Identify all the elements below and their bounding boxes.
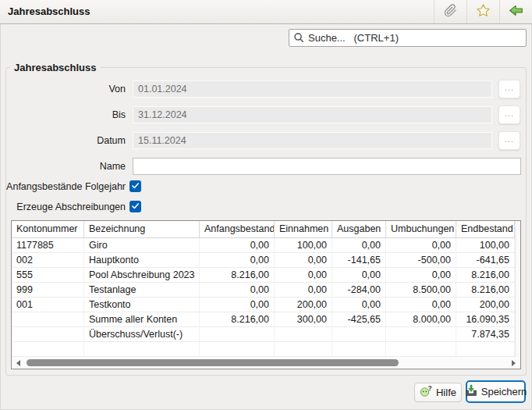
- table-cell: -141,65: [332, 253, 386, 268]
- favorite-button[interactable]: [466, 0, 499, 23]
- table-cell: Testkonto: [84, 298, 200, 312]
- table-row[interactable]: 001Testkonto0,00200,000,000,00200,00: [12, 298, 520, 312]
- column-header[interactable]: Bezeichnung: [84, 221, 200, 238]
- table-cell: [12, 327, 84, 342]
- column-header[interactable]: Kontonummer: [12, 221, 84, 238]
- von-input[interactable]: 01.01.2024: [133, 80, 492, 98]
- column-header[interactable]: Ausgaben: [332, 221, 386, 238]
- back-arrow-icon: [509, 3, 523, 20]
- von-browse-button[interactable]: ...: [498, 80, 520, 98]
- table-cell: 0,00: [200, 238, 275, 253]
- scroll-right-arrow-icon[interactable]: [512, 360, 516, 366]
- column-header[interactable]: Endbestand: [456, 221, 515, 238]
- table-cell: Hauptkonto: [84, 253, 200, 268]
- von-label: Von: [0, 80, 126, 98]
- name-label: Name: [0, 158, 126, 175]
- table-row[interactable]: Summe aller Konten8.216,00300,00-425,658…: [12, 312, 520, 327]
- abschreibungen-checkbox[interactable]: [129, 201, 141, 212]
- table-row[interactable]: [12, 342, 520, 357]
- table-cell: 002: [12, 253, 84, 268]
- table-cell: 1177885: [12, 238, 84, 253]
- anfangsbestaende-checkbox[interactable]: [129, 180, 141, 192]
- table-cell: Überschuss/Verlust(-): [84, 327, 200, 342]
- table-cell: 100,00: [456, 238, 515, 253]
- help-smiley-icon: ?: [420, 385, 432, 400]
- search-icon: [293, 32, 305, 46]
- column-header[interactable]: Anfangsbestand: [200, 221, 275, 238]
- save-button-label: Speichern: [481, 386, 527, 398]
- table-cell: 001: [12, 298, 84, 312]
- table-cell: 999: [12, 283, 84, 298]
- table-row[interactable]: 1177885Giro0,00100,000,000,00100,00: [12, 238, 520, 253]
- table-cell: 200,00: [456, 298, 515, 312]
- column-header[interactable]: Umbuchungen: [386, 221, 456, 238]
- help-button[interactable]: ? Hilfe: [414, 383, 462, 402]
- star-icon: [476, 3, 491, 20]
- table-cell: [332, 342, 386, 357]
- table-cell: -500,00: [386, 253, 456, 268]
- table-cell: 300,00: [275, 312, 332, 327]
- accounts-table: KontonummerBezeichnungAnfangsbestandEinn…: [11, 220, 521, 369]
- column-header[interactable]: Einnahmen: [275, 221, 332, 238]
- bis-browse-button[interactable]: ...: [498, 105, 520, 124]
- checkmark-icon: [130, 201, 140, 213]
- datum-label: Datum: [0, 132, 126, 149]
- table-row[interactable]: Überschuss/Verlust(-)7.874,35: [12, 327, 520, 342]
- save-button[interactable]: Speichern: [466, 380, 526, 403]
- table-cell: 8.500,00: [386, 283, 456, 298]
- horizontal-scrollbar[interactable]: [12, 357, 520, 369]
- table-cell: 0,00: [200, 253, 275, 268]
- bis-input[interactable]: 31.12.2024: [133, 106, 492, 123]
- table-cell: 16.090,35: [456, 312, 515, 327]
- table-cell: 8.216,00: [456, 283, 515, 298]
- table-cell: 0,00: [200, 298, 275, 312]
- table-cell: 555: [12, 268, 84, 283]
- table-cell: 8.000,00: [386, 312, 456, 327]
- table-row[interactable]: 555Pool Abschreibung 20238.216,000,000,0…: [12, 268, 520, 283]
- search-box: [289, 29, 527, 47]
- table-cell: 0,00: [386, 238, 456, 253]
- table-cell: [332, 327, 386, 342]
- help-button-label: Hilfe: [436, 387, 456, 398]
- datum-input[interactable]: 15.11.2024: [133, 132, 492, 149]
- titlebar-toolbar: [434, 0, 532, 23]
- table-row[interactable]: 999Testanlage0,000,00-284,008.500,008.21…: [12, 283, 520, 298]
- attachment-button[interactable]: [434, 0, 466, 23]
- table-cell: 7.874,35: [456, 327, 515, 342]
- table-cell: 0,00: [332, 238, 386, 253]
- table-cell: 200,00: [275, 298, 332, 312]
- table-cell: [12, 342, 84, 357]
- datum-browse-button[interactable]: ...: [498, 131, 520, 150]
- table-cell: 8.216,00: [456, 268, 515, 283]
- table-body: 1177885Giro0,00100,000,000,00100,00002Ha…: [12, 238, 520, 357]
- save-icon: [465, 384, 477, 399]
- table-cell: 0,00: [386, 268, 456, 283]
- search-input[interactable]: [289, 29, 527, 47]
- table-cell: Summe aller Konten: [84, 312, 200, 327]
- table-cell: 8.216,00: [200, 268, 275, 283]
- table-cell: [12, 312, 84, 327]
- svg-text:?: ?: [428, 385, 432, 392]
- table-row[interactable]: 002Hauptkonto0,000,00-141,65-500,00-641,…: [12, 253, 520, 268]
- table-cell: 0,00: [275, 283, 332, 298]
- vertical-scrollbar-track[interactable]: [515, 221, 520, 357]
- horizontal-scrollbar-thumb[interactable]: [27, 359, 399, 366]
- table-cell: 100,00: [275, 238, 332, 253]
- table-cell: -641,65: [456, 253, 515, 268]
- table-cell: 0,00: [275, 268, 332, 283]
- table-header: KontonummerBezeichnungAnfangsbestandEinn…: [12, 221, 520, 238]
- abschreibungen-label: Erzeuge Abschreibungen: [0, 201, 126, 213]
- table-cell: Pool Abschreibung 2023: [84, 268, 200, 283]
- bis-label: Bis: [0, 106, 126, 123]
- table-cell: 0,00: [332, 298, 386, 312]
- table-cell: Testanlage: [84, 283, 200, 298]
- table-cell: [275, 342, 332, 357]
- table-cell: -425,65: [332, 312, 386, 327]
- scroll-left-arrow-icon[interactable]: [16, 360, 20, 366]
- groupbox-title: Jahresabschluss: [10, 62, 101, 73]
- name-input[interactable]: [133, 158, 521, 175]
- table-cell: 0,00: [275, 253, 332, 268]
- back-button[interactable]: [499, 0, 532, 23]
- table-cell: [200, 342, 275, 357]
- table-cell: [200, 327, 275, 342]
